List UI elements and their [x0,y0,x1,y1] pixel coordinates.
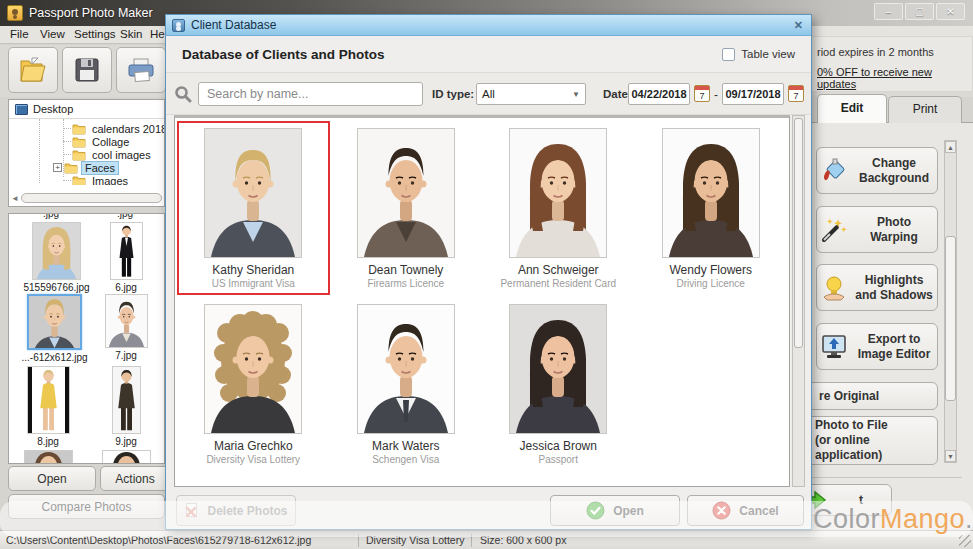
thumbnail-filename: ...-612x612.jpg [22,352,88,363]
export-image-editor-button[interactable]: Export to Image Editor [816,323,938,370]
desktop-icon [15,104,28,115]
client-photo[interactable] [204,128,302,258]
thumbnail-image[interactable] [24,450,73,464]
tree-item-images[interactable]: Images [63,173,131,185]
client-photo-grid: Kathy SheridanUS Immigrant VisaDean Town… [174,115,790,487]
minimize-button[interactable]: – [874,3,903,20]
client-id-type: Permanent Resident Card [500,278,616,289]
grid-scrollbar[interactable] [792,115,805,487]
menu-view[interactable]: View [40,28,65,40]
tree-hscroll-track[interactable] [21,193,162,203]
open-button[interactable]: Open [550,495,680,526]
thumbnail-image[interactable] [27,294,82,350]
restore-original-button[interactable]: re Original [800,382,938,410]
scroll-up-icon[interactable]: ▲ [945,141,956,153]
thumbnail-item[interactable]: 8.jpg [27,366,70,447]
client-card[interactable]: Dean TownelyFirearms Licence [330,121,483,295]
client-id-type: US Immigrant Visa [212,278,295,289]
client-photo[interactable] [357,304,455,434]
change-background-button[interactable]: Change Background [816,147,938,194]
client-id-type: Firearms Licence [367,278,444,289]
folder-icon [72,149,86,161]
client-card[interactable]: Wendy FlowersDriving Licence [635,121,788,295]
expand-icon[interactable]: + [53,163,62,172]
calendar-icon[interactable]: 7 [788,85,804,102]
grid-scrollbar-thumb[interactable] [794,118,803,348]
scroll-down-icon[interactable]: ▼ [945,450,956,462]
open-button-left[interactable]: Open [8,466,96,491]
client-card[interactable]: Mark WatersSchengen Visa [330,297,483,471]
photo-to-file-button[interactable]: Photo to File (or online application) [796,416,938,465]
thumbnail-item[interactable]: 9.jpg [112,366,141,447]
thumbnail-image[interactable] [110,222,143,280]
svg-text:✦: ✦ [841,226,847,233]
toolbar-save-button[interactable] [62,47,112,93]
client-name: Mark Waters [372,439,440,453]
client-card[interactable]: Ann SchweigerPermanent Resident Card [482,121,635,295]
maximize-button[interactable]: ▢ [905,3,934,20]
actions-button[interactable]: Actions [100,466,170,491]
client-photo[interactable] [204,304,302,434]
discount-link[interactable]: 0% OFF to receive new updates [817,66,973,90]
resize-grip[interactable] [959,535,971,547]
search-icon [174,85,192,103]
thumbnail-image[interactable] [105,294,148,348]
client-photo[interactable] [662,128,760,258]
menu-file[interactable]: File [10,28,29,40]
tools-scrollbar[interactable]: ▲ ▼ [944,140,957,463]
thumbnail-image[interactable] [32,222,81,280]
button-label: Change Background [851,156,937,186]
menu-settings[interactable]: Settings [74,28,116,40]
thumbnail-item[interactable]: 7.jpg [105,294,148,361]
tree-guide-line [39,119,40,183]
thumbnail-item[interactable] [102,450,151,464]
button-label: re Original [801,389,937,404]
table-view-label: Table view [741,48,795,60]
tab-print[interactable]: Print [888,96,962,123]
photo-warping-button[interactable]: ✦✦✦Photo Warping [816,206,938,253]
table-view-checkbox[interactable] [722,48,735,61]
id-type-value: All [482,88,495,100]
thumbnail-item[interactable]: 515596766.jpg [24,222,90,293]
thumbnail-item[interactable]: ...-612x612.jpg [22,294,88,363]
client-photo[interactable] [509,304,607,434]
client-card[interactable]: Jessica BrownPassport [482,297,635,471]
search-input[interactable] [198,82,423,106]
scroll-left-icon[interactable]: ◄ [11,194,21,203]
client-photo[interactable] [509,128,607,258]
folder-icon [72,175,86,186]
thumbnail-image[interactable] [102,450,151,464]
client-photo[interactable] [357,128,455,258]
tree-hscrollbar[interactable]: ◄ [11,192,162,204]
id-type-select[interactable]: All ▼ [476,83,586,105]
date-to-field[interactable]: 09/17/2018 [722,83,784,105]
calendar-icon[interactable]: 7 [694,85,710,102]
x-circle-icon [712,501,731,520]
client-card[interactable]: Maria GrechkoDiversity Visa Lottery [177,297,330,471]
paint-bucket-icon [817,158,851,184]
date-from-field[interactable]: 04/22/2018 [628,83,690,105]
close-button[interactable]: ✕ [936,3,965,20]
thumbnail-filename: 9.jpg [115,436,137,447]
client-name: Kathy Sheridan [212,263,294,277]
thumbnail-item[interactable] [24,450,73,464]
cancel-button[interactable]: Cancel [687,495,804,526]
toolbar-open-file-button[interactable] [8,47,58,93]
toolbar-print-button[interactable] [116,47,166,93]
tab-edit[interactable]: Edit [817,94,887,123]
thumbnail-image[interactable] [112,366,141,434]
thumbnail-item[interactable]: 6.jpg [110,222,143,293]
thumbnail-image[interactable] [27,366,70,434]
tree-item-label: cool images [89,149,154,161]
client-card[interactable]: Kathy SheridanUS Immigrant Visa [177,121,330,295]
menu-skin[interactable]: Skin [120,28,142,40]
compare-photos-button[interactable]: Compare Photos [8,494,165,519]
tree-item-label: Collage [89,136,132,148]
tree-root[interactable]: Desktop [9,100,164,119]
delete-document-icon [184,503,199,519]
scrollbar-thumb[interactable] [945,236,956,401]
highlights-shadows-button[interactable]: Highlights and Shadows [816,264,938,311]
delete-photos-button[interactable]: Delete Photos [176,495,296,526]
dialog-close-icon[interactable]: ✕ [792,19,805,32]
check-circle-icon [586,501,605,520]
